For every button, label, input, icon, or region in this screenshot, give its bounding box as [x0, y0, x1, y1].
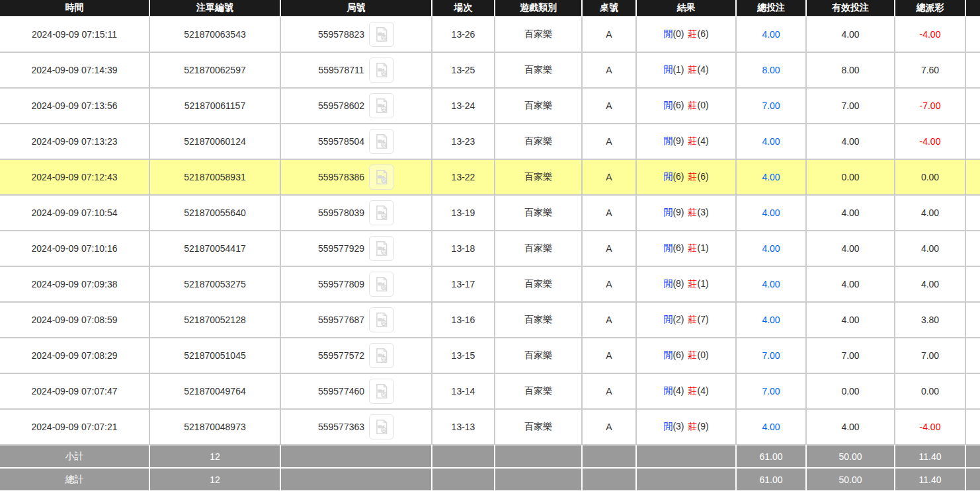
video-replay-button[interactable]	[369, 307, 394, 332]
footer-label-cell: 總計	[0, 469, 149, 490]
cell-result: 閒(9)莊(4)	[637, 124, 735, 159]
col-header-extra	[966, 0, 980, 16]
col-header-payout: 總派彩	[895, 0, 965, 16]
payout-value: 0.00	[921, 386, 939, 397]
cell-result: 閒(6)莊(1)	[637, 231, 735, 266]
banker-result-score: (4)	[698, 64, 709, 75]
table-row[interactable]: 2024-09-09 07:07:21 521870048973 5595773…	[0, 410, 980, 444]
video-replay-button[interactable]	[369, 343, 394, 368]
video-replay-button[interactable]	[369, 379, 394, 404]
table-row[interactable]: 2024-09-09 07:12:43 521870058931 5595783…	[0, 160, 980, 194]
bet-id-value: 521870048973	[184, 422, 245, 432]
cell-valid-bet: 8.00	[807, 53, 894, 87]
cell-round-id: 559578039	[281, 196, 431, 230]
cell-game-type: 百家樂	[495, 53, 581, 87]
time-value: 2024-09-09 07:13:56	[32, 100, 118, 111]
cell-session: 13-18	[432, 231, 494, 266]
total-bet-link[interactable]: 7.00	[762, 386, 780, 397]
banker-result-score: (0)	[698, 100, 709, 110]
cell-session: 13-23	[432, 124, 494, 159]
table-no-value: A	[606, 100, 612, 111]
table-no-value: A	[606, 243, 612, 254]
col-header-total-bet: 總投注	[737, 0, 805, 16]
cell-result: 閒(3)莊(9)	[637, 410, 735, 444]
cell-payout: -4.00	[895, 124, 965, 159]
video-replay-button[interactable]	[369, 93, 394, 118]
table-row[interactable]: 2024-09-09 07:08:29 521870051045 5595775…	[0, 338, 980, 373]
player-result-label: 閒	[663, 350, 673, 360]
cell-session: 13-17	[432, 267, 494, 301]
total-bet-link[interactable]: 4.00	[762, 279, 780, 289]
cell-time: 2024-09-09 07:08:59	[0, 303, 149, 337]
video-replay-button[interactable]	[369, 272, 394, 297]
round-id-value: 559577929	[318, 243, 364, 254]
banker-result-label: 莊	[688, 171, 698, 182]
footer-total-row: 總計 12 61.00 50.00 11.40	[0, 469, 980, 490]
valid-bet-value: 4.00	[841, 136, 859, 147]
footer-count: 12	[210, 451, 220, 462]
table-no-value: A	[606, 279, 612, 289]
cell-session: 13-24	[432, 89, 494, 123]
cell-session: 13-22	[432, 160, 494, 194]
cell-total-bet: 4.00	[737, 196, 805, 230]
player-result-score: (2)	[673, 314, 684, 324]
total-bet-link[interactable]: 4.00	[762, 243, 780, 254]
time-value: 2024-09-09 07:09:38	[32, 279, 118, 289]
cell-valid-bet: 4.00	[807, 303, 894, 337]
session-value: 13-18	[452, 243, 475, 254]
footer-payout: 11.40	[919, 474, 942, 485]
total-bet-link[interactable]: 4.00	[762, 29, 780, 40]
video-file-icon	[373, 26, 390, 43]
bet-id-value: 521870054417	[184, 243, 245, 254]
total-bet-link[interactable]: 7.00	[762, 350, 780, 361]
table-row[interactable]: 2024-09-09 07:13:56 521870061157 5595786…	[0, 89, 980, 123]
total-bet-link[interactable]: 4.00	[762, 136, 780, 147]
video-replay-button[interactable]	[369, 57, 394, 83]
video-replay-button[interactable]	[369, 22, 394, 47]
total-bet-link[interactable]: 7.00	[762, 100, 780, 111]
cell-valid-bet: 4.00	[807, 196, 894, 230]
table-row[interactable]: 2024-09-09 07:10:54 521870055640 5595780…	[0, 196, 980, 230]
cell-extra	[966, 267, 980, 301]
total-bet-link[interactable]: 8.00	[762, 65, 780, 75]
table-row[interactable]: 2024-09-09 07:15:11 521870063543 5595788…	[0, 17, 980, 52]
cell-table-no: A	[583, 89, 635, 123]
banker-result-score: (1)	[698, 278, 709, 289]
table-row[interactable]: 2024-09-09 07:10:16 521870054417 5595779…	[0, 231, 980, 266]
bet-id-value: 521870055640	[184, 208, 245, 218]
cell-total-bet: 7.00	[737, 374, 805, 408]
cell-table-no: A	[583, 267, 635, 301]
table-row[interactable]: 2024-09-09 07:09:38 521870053275 5595778…	[0, 267, 980, 301]
player-result-label: 閒	[663, 421, 673, 432]
cell-round-id: 559578602	[281, 89, 431, 123]
total-bet-link[interactable]: 4.00	[762, 315, 780, 325]
table-no-value: A	[606, 422, 612, 432]
time-value: 2024-09-09 07:07:21	[32, 422, 118, 432]
cell-time: 2024-09-09 07:10:16	[0, 231, 149, 266]
video-replay-button[interactable]	[369, 165, 394, 190]
footer-valid-bet: 50.00	[838, 474, 862, 485]
table-row[interactable]: 2024-09-09 07:08:59 521870052128 5595776…	[0, 303, 980, 337]
table-no-value: A	[606, 172, 612, 182]
video-replay-button[interactable]	[369, 200, 394, 225]
total-bet-link[interactable]: 4.00	[762, 172, 780, 182]
player-result-score: (0)	[673, 28, 684, 39]
table-row[interactable]: 2024-09-09 07:13:23 521870060124 5595785…	[0, 124, 980, 159]
table-footer: 小計 12 61.00 50.00 11.40 總計 12 61.00 50.0…	[0, 445, 980, 490]
video-replay-button[interactable]	[369, 414, 394, 439]
payout-value: 3.80	[921, 315, 939, 325]
cell-table-no: A	[583, 303, 635, 337]
video-replay-button[interactable]	[369, 236, 394, 261]
table-row[interactable]: 2024-09-09 07:14:39 521870062597 5595787…	[0, 53, 980, 87]
session-value: 13-16	[452, 315, 475, 325]
table-row[interactable]: 2024-09-09 07:07:47 521870049764 5595774…	[0, 374, 980, 408]
video-replay-button[interactable]	[369, 129, 394, 154]
col-header-time: 時間	[0, 0, 149, 16]
total-bet-link[interactable]: 4.00	[762, 422, 780, 432]
cell-bet-id: 521870061157	[150, 89, 280, 123]
payout-value: 7.00	[921, 350, 939, 361]
cell-session: 13-25	[432, 53, 494, 87]
total-bet-link[interactable]: 4.00	[762, 208, 780, 218]
round-id-value: 559577572	[318, 350, 364, 361]
round-id-value: 559577363	[318, 422, 364, 432]
